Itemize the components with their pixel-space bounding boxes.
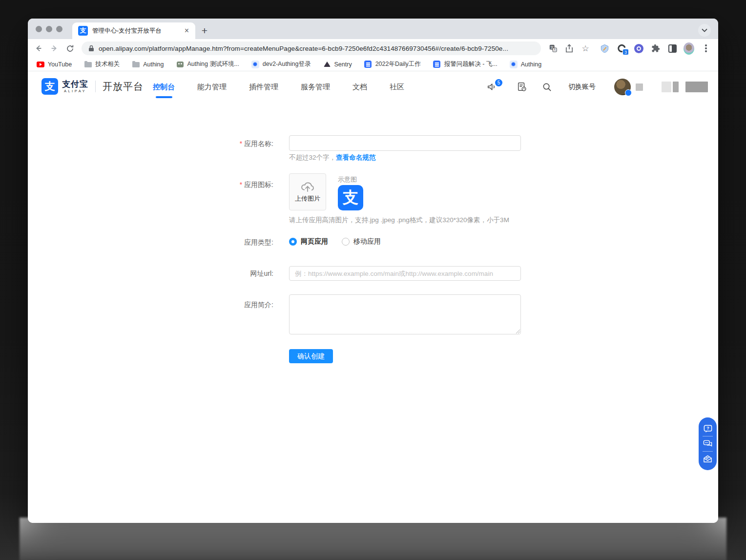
extension-ring-icon[interactable]: 3 <box>616 43 627 54</box>
window-zoom-button[interactable] <box>56 26 62 32</box>
app-name-label: *应用名称: <box>210 140 273 148</box>
brand-divider <box>95 81 96 92</box>
bookmark-folder-authing[interactable]: Authing <box>132 61 164 68</box>
redacted-username <box>673 82 679 92</box>
extension-badge: 3 <box>622 49 629 55</box>
switch-account-link[interactable]: 切换账号 <box>568 83 596 91</box>
back-button[interactable] <box>33 42 44 54</box>
browser-menu-icon[interactable] <box>701 43 711 54</box>
nav-item-console[interactable]: 控制台 <box>153 71 175 103</box>
tab-close-icon[interactable]: × <box>183 26 190 35</box>
bookmark-authing-test[interactable]: Authing 测试环境... <box>176 60 239 68</box>
site-url-label: 网址url: <box>210 270 273 278</box>
nav-item-plugin[interactable]: 插件管理 <box>249 71 278 103</box>
translate-icon[interactable]: 文A <box>548 43 559 54</box>
window-close-button[interactable] <box>36 26 42 32</box>
extensions-puzzle-icon[interactable] <box>650 43 661 54</box>
radio-checked-icon <box>289 238 297 246</box>
alipay-brand[interactable]: 支 支付宝 ALIPAY 开放平台 <box>41 78 144 95</box>
address-bar[interactable]: open.alipay.com/platform/appManage.htm?f… <box>82 41 541 55</box>
naming-rules-link[interactable]: 查看命名规范 <box>336 154 375 161</box>
app-name-input[interactable] <box>289 135 521 151</box>
search-icon[interactable] <box>542 83 552 92</box>
upload-label: 上传图片 <box>295 194 320 203</box>
nav-item-service[interactable]: 服务管理 <box>301 71 330 103</box>
nav-label: 社区 <box>390 83 404 92</box>
lock-icon[interactable] <box>88 45 94 52</box>
textarea-resize-handle[interactable] <box>516 329 520 334</box>
bookmark-daily-doc[interactable]: 2022年Daily工作 <box>364 60 421 68</box>
avatar-status-badge <box>625 89 632 96</box>
bookmark-label: dev2-Authing登录 <box>263 60 311 68</box>
tab-search-chevron-icon[interactable] <box>698 24 711 37</box>
bookmark-label: Authing <box>521 61 541 68</box>
favicon-glyph: 支 <box>80 26 86 35</box>
redacted-username <box>685 82 708 92</box>
authing-icon <box>251 61 259 68</box>
window-minimize-button[interactable] <box>46 26 52 32</box>
bookmark-authing[interactable]: Authing <box>510 61 541 68</box>
brand-name-cn: 支付宝 <box>62 80 88 89</box>
nav-item-docs[interactable]: 文档 <box>352 71 367 103</box>
active-underline <box>156 96 172 98</box>
bookmark-star-icon[interactable]: ☆ <box>580 43 591 54</box>
alipay-favicon-icon: 支 <box>78 26 88 36</box>
nav-item-capability[interactable]: 能力管理 <box>197 71 227 103</box>
brand-text: 支付宝 ALIPAY <box>62 80 88 93</box>
site-url-input[interactable] <box>289 266 521 281</box>
required-mark: * <box>240 140 242 147</box>
browser-tab[interactable]: 支 管理中心-支付宝开放平台 × <box>72 22 195 39</box>
chat-feedback-icon[interactable] <box>699 436 717 451</box>
page-content: 支 支付宝 ALIPAY 开放平台 控制台 能力管理 插件管理 服务管理 文档 … <box>28 71 718 523</box>
browser-toolbar: open.alipay.com/platform/appManage.htm?f… <box>28 39 718 58</box>
user-avatar[interactable] <box>614 79 631 95</box>
header-right-cluster: 5 切换账号 <box>487 71 708 103</box>
robot-icon <box>176 61 184 68</box>
bookmark-sentry[interactable]: Sentry <box>323 61 352 68</box>
browser-profile-avatar[interactable] <box>684 43 694 54</box>
bookmark-folder-tech[interactable]: 技术相关 <box>84 60 120 68</box>
tab-strip: 支 管理中心-支付宝开放平台 × + <box>28 19 718 39</box>
bookmark-label: 报警问题解决 - 飞... <box>444 60 497 68</box>
bookmark-dev2-authing[interactable]: dev2-Authing登录 <box>251 60 311 68</box>
authing-icon <box>510 61 518 68</box>
mail-icon[interactable] <box>699 452 717 466</box>
app-desc-textarea[interactable] <box>289 294 521 334</box>
confirm-create-button[interactable]: 确认创建 <box>289 349 333 363</box>
reload-button[interactable] <box>64 42 76 54</box>
redacted-text <box>636 83 643 91</box>
site-nav: 控制台 能力管理 插件管理 服务管理 文档 社区 <box>153 71 404 103</box>
bookmark-label: YouTube <box>48 61 72 68</box>
required-mark: * <box>240 181 242 188</box>
alipay-logo-icon: 支 <box>41 78 58 95</box>
help-bubble-icon[interactable]: ? <box>699 421 717 436</box>
extension-shield-icon[interactable] <box>599 43 610 54</box>
bookmark-alert-doc[interactable]: 报警问题解决 - 飞... <box>433 60 497 68</box>
notification-badge: 5 <box>495 79 502 86</box>
forward-button[interactable] <box>48 42 60 54</box>
cloud-upload-icon <box>300 181 315 192</box>
announcement-speaker-icon[interactable]: 5 <box>487 83 497 91</box>
bookmark-label: 技术相关 <box>95 60 120 68</box>
floating-help-widget: ? <box>699 417 717 470</box>
upload-image-button[interactable]: 上传图片 <box>289 173 326 210</box>
new-tab-button[interactable]: + <box>198 24 211 38</box>
share-icon[interactable] <box>564 43 575 54</box>
nav-label: 能力管理 <box>197 83 227 92</box>
doc-icon <box>364 61 372 68</box>
app-name-hint: 不超过32个字，查看命名规范 <box>289 153 375 162</box>
sentry-icon <box>323 61 331 68</box>
radio-mobile-app[interactable]: 移动应用 <box>342 237 381 246</box>
radio-label: 网页应用 <box>301 237 328 246</box>
report-doc-icon[interactable] <box>517 82 527 92</box>
nav-item-community[interactable]: 社区 <box>390 71 404 103</box>
extension-compass-icon[interactable] <box>633 43 644 54</box>
bookmark-label: Authing 测试环境... <box>187 60 239 68</box>
side-panel-icon[interactable] <box>667 43 678 54</box>
folder-icon <box>84 61 92 68</box>
bookmark-youtube[interactable]: YouTube <box>37 61 72 68</box>
nav-label: 文档 <box>352 83 367 92</box>
radio-web-app[interactable]: 网页应用 <box>289 237 328 246</box>
nav-label: 控制台 <box>153 83 175 92</box>
url-text: open.alipay.com/platform/appManage.htm?f… <box>99 45 508 52</box>
